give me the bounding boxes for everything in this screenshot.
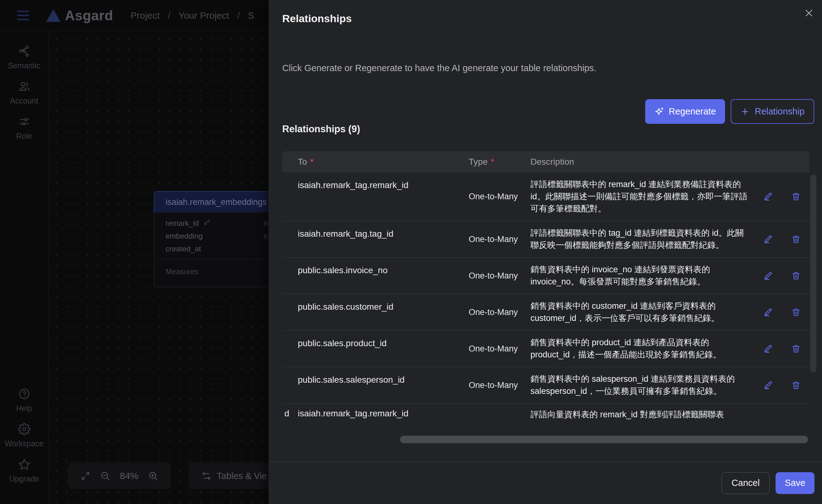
cell-to: public.sales.salesperson_id bbox=[282, 367, 465, 403]
column-header-to: To* bbox=[282, 157, 465, 167]
workspace-icon bbox=[18, 423, 31, 437]
breadcrumb-separator: / bbox=[237, 10, 240, 21]
drawer-description: Click Generate or Regenerate to have the… bbox=[282, 63, 596, 73]
sidebar-item-label: Semantic bbox=[8, 61, 40, 70]
role-icon bbox=[18, 115, 31, 129]
cell-description: 評語標籤關聯表中的 remark_id 連結到業務備註資料表的 id。此關聯描述… bbox=[526, 172, 755, 221]
sidebar-item-label: Help bbox=[16, 404, 32, 413]
sidebar-item-upgrade[interactable]: Upgrade bbox=[0, 458, 48, 493]
cell-to: public.sales.invoice_no bbox=[282, 258, 465, 294]
delete-relationship-button[interactable] bbox=[791, 234, 801, 244]
zoom-level: 84% bbox=[120, 471, 138, 481]
column-header-description: Description bbox=[526, 157, 755, 167]
table-row: public.sales.salesperson_idOne-to-Many銷售… bbox=[282, 367, 809, 404]
plus-icon bbox=[740, 107, 750, 116]
asgard-logo-icon bbox=[46, 9, 60, 22]
required-marker: * bbox=[491, 157, 494, 167]
sidebar-item-semantic[interactable]: Semantic bbox=[0, 45, 48, 80]
save-button[interactable]: Save bbox=[776, 472, 815, 494]
add-relationship-button[interactable]: Relationship bbox=[731, 99, 814, 124]
swap-arrows-icon bbox=[201, 471, 212, 481]
table-row: isaiah.remark_tag.tag_idOne-to-Many評語標籤關… bbox=[282, 221, 809, 258]
table-row: public.sales.product_idOne-to-Many銷售資料表中… bbox=[282, 331, 809, 367]
table-row-partial: disaiah.remark_tag.remark_id評語向量資料表的 rem… bbox=[282, 404, 809, 439]
hamburger-menu-icon[interactable] bbox=[17, 11, 29, 20]
edit-relationship-button[interactable] bbox=[763, 234, 773, 244]
sidebar-item-help[interactable]: Help bbox=[0, 388, 48, 423]
delete-relationship-button[interactable] bbox=[791, 271, 801, 281]
breadcrumb-item[interactable]: Project bbox=[131, 10, 160, 21]
cell-type: One-to-Many bbox=[465, 221, 526, 257]
vertical-scrollbar[interactable] bbox=[810, 175, 816, 373]
sidebar-item-label: Workspace bbox=[5, 439, 44, 448]
cancel-button[interactable]: Cancel bbox=[722, 472, 770, 494]
column-header-type: Type* bbox=[465, 157, 526, 167]
field-name: created_at bbox=[165, 244, 201, 253]
cell-type: One-to-Many bbox=[465, 172, 526, 221]
horizontal-scrollbar[interactable] bbox=[400, 436, 808, 443]
drawer-footer: Cancel Save bbox=[269, 462, 822, 504]
delete-relationship-button[interactable] bbox=[791, 192, 801, 201]
relationships-table: To*Type*Description isaiah.remark_tag.re… bbox=[282, 151, 809, 448]
edit-relationship-button[interactable] bbox=[763, 344, 773, 354]
zoom-toolbar: 84% bbox=[68, 463, 170, 489]
table-row: isaiah.remark_tag.remark_idOne-to-Many評語… bbox=[282, 172, 809, 221]
cell-description: 銷售資料表中的 product_id 連結到產品資料表的 product_id，… bbox=[526, 331, 755, 367]
sidebar-item-role[interactable]: Role bbox=[0, 115, 48, 151]
field-name: embedding bbox=[165, 232, 203, 240]
sidebar: SemanticAccountRole HelpWorkspaceUpgrade bbox=[0, 31, 49, 504]
delete-relationship-button[interactable] bbox=[791, 308, 801, 317]
sidebar-item-account[interactable]: Account bbox=[0, 80, 48, 115]
table-node-title: isaiah.remark_embeddings bbox=[165, 197, 267, 207]
breadcrumb-item[interactable]: S bbox=[248, 10, 254, 21]
breadcrumb: Project/Your Project/S bbox=[131, 10, 254, 21]
cell-type: One-to-Many bbox=[465, 294, 526, 330]
cell-to: public.sales.product_id bbox=[282, 331, 465, 367]
edit-relationship-button[interactable] bbox=[763, 381, 773, 390]
cell-to: isaiah.remark_tag.remark_id bbox=[282, 404, 465, 439]
cell-type: One-to-Many bbox=[465, 367, 526, 403]
primary-key-icon bbox=[203, 218, 211, 228]
from-column-fragment: d bbox=[284, 409, 289, 419]
brand-name: Asgard bbox=[65, 8, 113, 23]
delete-relationship-button[interactable] bbox=[791, 381, 801, 390]
app-screen: Asgard Project/Your Project/S SemanticAc… bbox=[0, 0, 822, 504]
sparkle-icon bbox=[654, 107, 664, 117]
relationships-drawer: Relationships Click Generate or Regenera… bbox=[269, 0, 822, 504]
table-header-row: To*Type*Description bbox=[282, 151, 809, 172]
field-name: remark_id bbox=[165, 219, 199, 228]
sidebar-item-workspace[interactable]: Workspace bbox=[0, 423, 48, 458]
regenerate-button[interactable]: Regenerate bbox=[645, 99, 725, 124]
account-icon bbox=[18, 80, 31, 94]
cell-description: 銷售資料表中的 salesperson_id 連結到業務員資料表的 salesp… bbox=[526, 367, 755, 403]
cell-description: 評語標籤關聯表中的 tag_id 連結到標籤資料表的 id。此關聯反映一個標籤能… bbox=[526, 221, 755, 257]
sidebar-item-label: Account bbox=[10, 96, 38, 105]
fit-view-icon[interactable] bbox=[80, 471, 90, 481]
table-row: public.sales.invoice_noOne-to-Many銷售資料表中… bbox=[282, 258, 809, 294]
table-row: public.sales.customer_idOne-to-Many銷售資料表… bbox=[282, 294, 809, 331]
delete-relationship-button[interactable] bbox=[791, 344, 801, 354]
cell-description: 銷售資料表中的 customer_id 連結到客戶資料表的 customer_i… bbox=[526, 294, 755, 330]
help-icon bbox=[18, 388, 31, 401]
cell-type: One-to-Many bbox=[465, 258, 526, 294]
sidebar-item-label: Upgrade bbox=[9, 474, 39, 483]
field-type: s bbox=[264, 232, 267, 240]
cell-type bbox=[465, 404, 526, 439]
cell-description: 銷售資料表中的 invoice_no 連結到發票資料表的 invoice_no。… bbox=[526, 258, 755, 294]
cell-description: 評語向量資料表的 remark_id 對應到評語標籤關聯表 bbox=[526, 404, 755, 439]
edit-relationship-button[interactable] bbox=[763, 271, 773, 281]
close-icon[interactable] bbox=[804, 8, 814, 19]
edit-relationship-button[interactable] bbox=[763, 192, 773, 201]
edit-relationship-button[interactable] bbox=[763, 308, 773, 317]
tables-views-label: Tables & Vie bbox=[217, 471, 267, 481]
required-marker: * bbox=[310, 157, 314, 167]
zoom-out-icon[interactable] bbox=[100, 471, 110, 481]
drawer-title: Relationships bbox=[282, 12, 352, 25]
breadcrumb-separator: / bbox=[168, 10, 170, 21]
zoom-in-icon[interactable] bbox=[148, 471, 158, 481]
upgrade-icon bbox=[18, 458, 31, 472]
cell-to: isaiah.remark_tag.remark_id bbox=[282, 172, 465, 221]
cell-type: One-to-Many bbox=[465, 331, 526, 367]
semantic-icon bbox=[18, 45, 31, 59]
breadcrumb-item[interactable]: Your Project bbox=[178, 10, 229, 21]
